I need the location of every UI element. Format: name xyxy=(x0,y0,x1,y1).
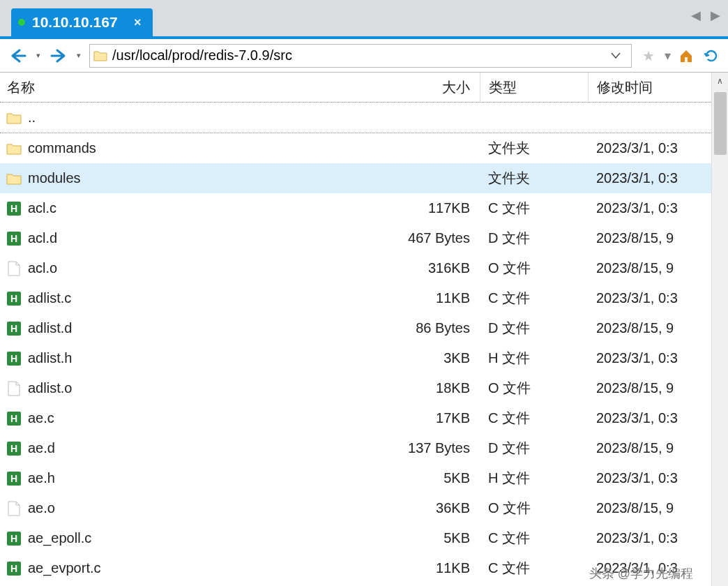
file-type: C 文件 xyxy=(480,199,588,218)
file-size: 11KB xyxy=(357,560,480,576)
tabs-prev-icon[interactable]: ◀ xyxy=(689,8,703,22)
file-size: 3KB xyxy=(357,350,480,366)
star-icon: ★ xyxy=(642,47,655,64)
table-row[interactable]: Hae.c17KBC 文件2023/3/1, 0:3 xyxy=(0,403,711,433)
code-file-icon: H xyxy=(6,470,22,487)
file-list-pane: 名称 大小 类型 修改时间 ..commands文件夹2023/3/1, 0:3… xyxy=(0,73,728,586)
svg-text:H: H xyxy=(10,293,17,304)
address-bar[interactable] xyxy=(89,44,632,68)
file-type: H 文件 xyxy=(480,349,588,368)
parent-dir-row[interactable]: .. xyxy=(0,103,711,133)
tabs-next-icon[interactable]: ▶ xyxy=(708,8,722,22)
file-type: D 文件 xyxy=(480,229,588,248)
table-row[interactable]: Hacl.c117KBC 文件2023/3/1, 0:3 xyxy=(0,193,711,223)
file-name: acl.d xyxy=(28,230,57,246)
table-row[interactable]: Hae_epoll.c5KBC 文件2023/3/1, 0:3 xyxy=(0,523,711,553)
file-type: O 文件 xyxy=(480,499,588,518)
svg-text:H: H xyxy=(10,533,17,544)
file-name: adlist.c xyxy=(28,290,71,306)
file-size: 467 Bytes xyxy=(357,230,480,246)
file-name: ae_evport.c xyxy=(28,560,101,576)
file-type: D 文件 xyxy=(480,439,588,458)
bookmark-dropdown[interactable]: ▾ xyxy=(662,45,672,67)
back-button[interactable] xyxy=(6,43,31,68)
tab-active[interactable]: 10.10.10.167 × xyxy=(11,8,153,36)
file-size: 86 Bytes xyxy=(357,320,480,336)
file-date: 2023/3/1, 0:3 xyxy=(588,560,711,576)
code-file-icon: H xyxy=(6,440,22,457)
file-date: 2023/8/15, 9 xyxy=(588,230,711,246)
svg-text:H: H xyxy=(10,443,17,454)
file-name: commands xyxy=(28,140,96,156)
file-name: ae.h xyxy=(28,470,55,486)
svg-text:H: H xyxy=(10,563,17,574)
bookmark-button[interactable]: ★ xyxy=(637,45,660,67)
file-name: acl.c xyxy=(28,200,56,216)
table-row[interactable]: Hadlist.d86 BytesD 文件2023/8/15, 9 xyxy=(0,313,711,343)
refresh-button[interactable] xyxy=(700,45,722,67)
table-row[interactable]: Hacl.d467 BytesD 文件2023/8/15, 9 xyxy=(0,223,711,253)
file-date: 2023/3/1, 0:3 xyxy=(588,410,711,426)
file-type: O 文件 xyxy=(480,379,588,398)
forward-history-dropdown[interactable]: ▾ xyxy=(74,43,84,68)
table-row[interactable]: adlist.o18KBO 文件2023/8/15, 9 xyxy=(0,373,711,403)
svg-text:H: H xyxy=(10,233,17,244)
svg-rect-0 xyxy=(685,57,688,62)
header-date[interactable]: 修改时间 xyxy=(588,73,711,102)
table-row[interactable]: commands文件夹2023/3/1, 0:3 xyxy=(0,133,711,163)
address-input[interactable] xyxy=(108,47,610,63)
file-date: 2023/3/1, 0:3 xyxy=(588,530,711,546)
code-file-icon: H xyxy=(6,410,22,427)
file-date: 2023/8/15, 9 xyxy=(588,500,711,516)
code-file-icon: H xyxy=(6,230,22,247)
scroll-up-icon[interactable]: ∧ xyxy=(712,73,728,89)
file-date: 2023/3/1, 0:3 xyxy=(588,200,711,216)
home-button[interactable] xyxy=(675,45,697,67)
table-row[interactable]: Hadlist.h3KBH 文件2023/3/1, 0:3 xyxy=(0,343,711,373)
svg-text:H: H xyxy=(10,413,17,424)
column-headers: 名称 大小 类型 修改时间 xyxy=(0,73,711,103)
header-name[interactable]: 名称 xyxy=(0,78,357,97)
file-size: 17KB xyxy=(357,410,480,426)
file-date: 2023/3/1, 0:3 xyxy=(588,170,711,186)
file-icon xyxy=(6,260,22,277)
chevron-down-icon[interactable] xyxy=(610,52,631,60)
file-type: 文件夹 xyxy=(480,169,588,188)
file-name: ae.c xyxy=(28,410,54,426)
svg-text:H: H xyxy=(10,203,17,214)
file-type: O 文件 xyxy=(480,259,588,278)
file-name: .. xyxy=(28,110,36,126)
file-date: 2023/8/15, 9 xyxy=(588,320,711,336)
close-icon[interactable]: × xyxy=(134,15,142,30)
header-type[interactable]: 类型 xyxy=(480,73,588,102)
table-row[interactable]: Hadlist.c11KBC 文件2023/3/1, 0:3 xyxy=(0,283,711,313)
table-row[interactable]: ae.o36KBO 文件2023/8/15, 9 xyxy=(0,493,711,523)
table-row[interactable]: acl.o316KBO 文件2023/8/15, 9 xyxy=(0,253,711,283)
file-icon xyxy=(6,500,22,517)
file-date: 2023/8/15, 9 xyxy=(588,260,711,276)
svg-text:H: H xyxy=(10,323,17,334)
tab-title: 10.10.10.167 xyxy=(32,14,118,31)
folder-icon xyxy=(93,48,108,63)
table-row[interactable]: modules文件夹2023/3/1, 0:3 xyxy=(0,163,711,193)
table-row[interactable]: Hae.h5KBH 文件2023/3/1, 0:3 xyxy=(0,463,711,493)
code-file-icon: H xyxy=(6,530,22,547)
back-history-dropdown[interactable]: ▾ xyxy=(33,43,43,68)
file-size: 117KB xyxy=(357,200,480,216)
code-file-icon: H xyxy=(6,290,22,307)
file-date: 2023/3/1, 0:3 xyxy=(588,350,711,366)
file-size: 137 Bytes xyxy=(357,440,480,456)
header-size[interactable]: 大小 xyxy=(357,78,480,97)
file-size: 11KB xyxy=(357,290,480,306)
file-date: 2023/3/1, 0:3 xyxy=(588,290,711,306)
table-row[interactable]: Hae_evport.c11KBC 文件2023/3/1, 0:3 xyxy=(0,553,711,583)
file-icon xyxy=(6,380,22,397)
table-row[interactable]: Hae.d137 BytesD 文件2023/8/15, 9 xyxy=(0,433,711,463)
file-date: 2023/8/15, 9 xyxy=(588,380,711,396)
file-name: modules xyxy=(28,170,81,186)
file-size: 5KB xyxy=(357,470,480,486)
forward-button[interactable] xyxy=(46,43,71,68)
scrollbar[interactable]: ∧ xyxy=(711,73,728,586)
scroll-thumb[interactable] xyxy=(714,92,727,155)
file-size: 18KB xyxy=(357,380,480,396)
